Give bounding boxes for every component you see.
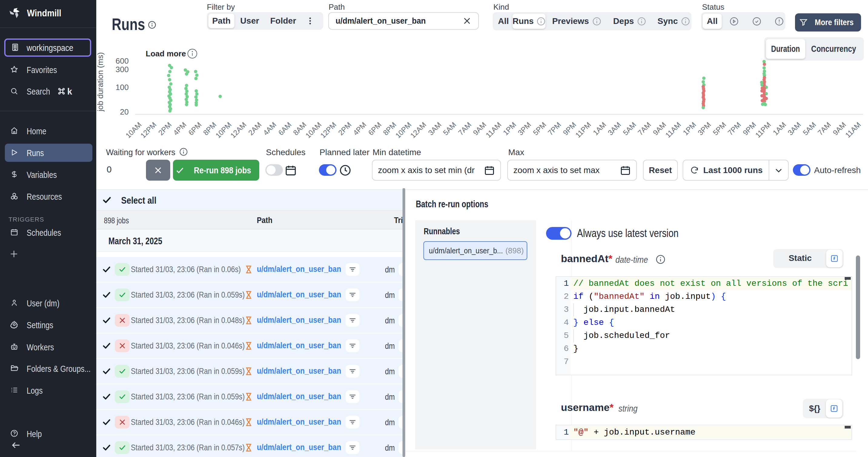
svg-text:7AM: 7AM bbox=[457, 120, 473, 137]
svg-text:7PM: 7PM bbox=[546, 120, 563, 137]
svg-text:7PM: 7PM bbox=[726, 120, 743, 137]
svg-text:12AM: 12AM bbox=[229, 120, 248, 139]
svg-text:1PM: 1PM bbox=[501, 120, 518, 137]
svg-text:11PM: 11PM bbox=[574, 120, 592, 139]
svg-text:4PM: 4PM bbox=[172, 120, 188, 137]
svg-text:2AM: 2AM bbox=[247, 120, 263, 137]
svg-text:7AM: 7AM bbox=[636, 120, 653, 137]
svg-text:11AM: 11AM bbox=[843, 120, 862, 139]
svg-text:10AM: 10AM bbox=[304, 120, 323, 139]
svg-text:300: 300 bbox=[116, 65, 129, 74]
svg-text:5AM: 5AM bbox=[441, 120, 458, 137]
svg-text:job duration (ms): job duration (ms) bbox=[96, 52, 105, 112]
svg-text:1AM: 1AM bbox=[771, 120, 788, 137]
svg-text:3AM: 3AM bbox=[427, 120, 443, 137]
svg-text:11AM: 11AM bbox=[663, 120, 682, 139]
svg-text:2PM: 2PM bbox=[337, 120, 353, 137]
svg-text:11AM: 11AM bbox=[484, 120, 503, 139]
svg-text:12AM: 12AM bbox=[408, 120, 428, 139]
svg-text:5AM: 5AM bbox=[621, 120, 638, 137]
svg-text:12PM: 12PM bbox=[319, 120, 338, 139]
svg-text:4AM: 4AM bbox=[262, 120, 278, 137]
svg-text:3PM: 3PM bbox=[516, 120, 533, 137]
svg-text:2PM: 2PM bbox=[157, 120, 173, 137]
svg-text:4PM: 4PM bbox=[352, 120, 368, 137]
svg-text:12PM: 12PM bbox=[139, 120, 158, 139]
svg-text:Load more: Load more bbox=[146, 49, 186, 58]
svg-text:11PM: 11PM bbox=[753, 120, 772, 139]
svg-text:7AM: 7AM bbox=[816, 120, 833, 137]
svg-text:6PM: 6PM bbox=[367, 120, 383, 137]
svg-text:6PM: 6PM bbox=[187, 120, 203, 137]
svg-text:6AM: 6AM bbox=[277, 120, 293, 137]
svg-text:10PM: 10PM bbox=[214, 120, 233, 139]
svg-text:5PM: 5PM bbox=[531, 120, 548, 137]
svg-text:100: 100 bbox=[116, 83, 129, 92]
svg-text:3AM: 3AM bbox=[786, 120, 803, 137]
svg-text:3AM: 3AM bbox=[606, 120, 623, 137]
svg-text:1PM: 1PM bbox=[681, 120, 698, 137]
svg-text:3PM: 3PM bbox=[696, 120, 713, 137]
svg-text:1AM: 1AM bbox=[591, 120, 608, 137]
svg-text:10AM: 10AM bbox=[124, 120, 143, 139]
svg-text:5AM: 5AM bbox=[801, 120, 818, 137]
svg-text:10PM: 10PM bbox=[394, 120, 413, 139]
svg-text:20: 20 bbox=[120, 107, 129, 116]
svg-text:600: 600 bbox=[116, 56, 129, 65]
svg-text:5PM: 5PM bbox=[711, 120, 728, 137]
